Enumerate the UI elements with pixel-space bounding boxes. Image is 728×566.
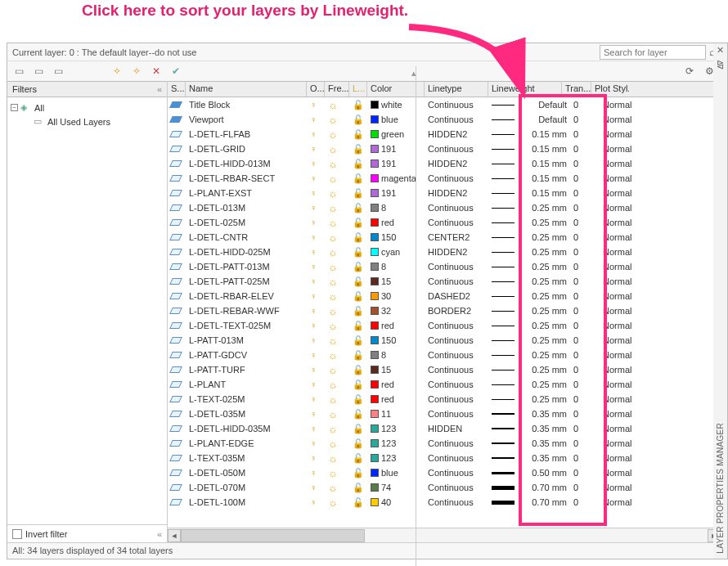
- delete-layer-icon[interactable]: ✕: [150, 65, 163, 78]
- sun-icon[interactable]: ☼: [328, 261, 338, 273]
- layer-name-cell[interactable]: L-DETL-035M: [186, 407, 307, 421]
- lightbulb-icon[interactable]: ♀: [310, 173, 317, 183]
- collapse-icon[interactable]: «: [157, 84, 162, 94]
- lock-icon[interactable]: 🔓: [353, 218, 364, 228]
- lightbulb-icon[interactable]: ♀: [310, 262, 317, 272]
- sun-icon[interactable]: ☼: [328, 173, 338, 185]
- table-row[interactable]: L-DETL-HIDD-025M♀☼🔓cyanHIDDEN20.25 mm0No…: [168, 245, 721, 259]
- transparency-cell[interactable]: 0: [570, 407, 600, 421]
- linetype-cell[interactable]: Continuous: [425, 318, 488, 333]
- plotstyle-cell[interactable]: Normal: [600, 245, 637, 259]
- transparency-cell[interactable]: 0: [570, 156, 600, 171]
- sun-icon[interactable]: ☼: [328, 393, 338, 406]
- linetype-cell[interactable]: Continuous: [425, 333, 488, 348]
- transparency-cell[interactable]: 0: [570, 230, 600, 245]
- lock-icon[interactable]: 🔓: [353, 159, 364, 169]
- plotstyle-cell[interactable]: Normal: [600, 303, 637, 318]
- plotstyle-cell[interactable]: Normal: [600, 97, 637, 112]
- table-row[interactable]: L-DETL-HIDD-013M♀☼🔓191HIDDEN20.15 mm0Nor…: [168, 156, 721, 171]
- lock-icon[interactable]: 🔓: [353, 350, 364, 361]
- plotstyle-cell[interactable]: Normal: [600, 215, 637, 230]
- lightbulb-icon[interactable]: ♀: [310, 497, 317, 507]
- plotstyle-cell[interactable]: Normal: [600, 392, 637, 407]
- lock-icon[interactable]: 🔓: [353, 453, 364, 464]
- transparency-cell[interactable]: 0: [570, 200, 600, 215]
- transparency-cell[interactable]: 0: [570, 436, 600, 451]
- lightbulb-icon[interactable]: ♀: [310, 350, 317, 360]
- lineweight-cell[interactable]: 0.25 mm: [488, 362, 570, 377]
- sun-icon[interactable]: ☼: [328, 128, 338, 141]
- linetype-cell[interactable]: Continuous: [425, 465, 488, 480]
- layer-name-cell[interactable]: L-PLANT: [186, 377, 307, 392]
- table-row[interactable]: L-PLANT-EDGE♀☼🔓123Continuous0.35 mm0Norm…: [168, 436, 721, 451]
- lineweight-cell[interactable]: 0.70 mm: [488, 495, 570, 510]
- plotstyle-cell[interactable]: Normal: [600, 274, 637, 289]
- lock-icon[interactable]: 🔓: [353, 276, 364, 287]
- lineweight-cell[interactable]: 0.15 mm: [488, 142, 570, 156]
- lightbulb-icon[interactable]: ♀: [310, 203, 317, 213]
- plotstyle-cell[interactable]: Normal: [600, 451, 637, 465]
- layer-name-cell[interactable]: L-DETL-013M: [186, 200, 307, 215]
- transparency-cell[interactable]: 0: [570, 112, 600, 127]
- linetype-cell[interactable]: Continuous: [425, 200, 488, 215]
- plotstyle-cell[interactable]: Normal: [600, 421, 637, 436]
- linetype-cell[interactable]: HIDDEN: [425, 421, 488, 436]
- plotstyle-cell[interactable]: Normal: [600, 436, 637, 451]
- transparency-cell[interactable]: 0: [570, 186, 600, 200]
- layer-name-cell[interactable]: L-TEXT-025M: [186, 392, 307, 407]
- lock-icon[interactable]: 🔓: [353, 365, 364, 375]
- lineweight-cell[interactable]: 0.25 mm: [488, 215, 570, 230]
- plotstyle-cell[interactable]: Normal: [600, 377, 637, 392]
- new-group-filter-icon[interactable]: ▭: [32, 65, 45, 78]
- lightbulb-icon[interactable]: ♀: [310, 306, 317, 316]
- lightbulb-icon[interactable]: ♀: [310, 232, 317, 242]
- lightbulb-icon[interactable]: ♀: [310, 129, 317, 139]
- lineweight-cell[interactable]: 0.25 mm: [488, 348, 570, 362]
- lock-icon[interactable]: 🔓: [353, 173, 364, 184]
- plotstyle-cell[interactable]: Normal: [600, 259, 637, 274]
- lock-icon[interactable]: 🔓: [353, 335, 364, 346]
- table-row[interactable]: L-DETL-RBAR-ELEV♀☼🔓30DASHED20.25 mm0Norm…: [168, 289, 721, 303]
- linetype-cell[interactable]: Continuous: [425, 392, 488, 407]
- linetype-cell[interactable]: HIDDEN2: [425, 245, 488, 259]
- table-row[interactable]: L-DETL-025M♀☼🔓redContinuous0.25 mm0Norma…: [168, 215, 721, 230]
- layer-name-cell[interactable]: L-DETL-RBAR-SECT: [186, 171, 307, 186]
- sun-icon[interactable]: ☼: [328, 364, 338, 376]
- lock-icon[interactable]: 🔓: [353, 203, 364, 213]
- layer-name-cell[interactable]: L-DETL-100M: [186, 495, 307, 510]
- tree-child[interactable]: ▭ All Used Layers: [9, 115, 165, 128]
- layer-name-cell[interactable]: L-PATT-TURF: [186, 362, 307, 377]
- lineweight-cell[interactable]: 0.25 mm: [488, 200, 570, 215]
- linetype-cell[interactable]: Continuous: [425, 259, 488, 274]
- table-row[interactable]: L-TEXT-035M♀☼🔓123Continuous0.35 mm0Norma…: [168, 451, 721, 465]
- plotstyle-cell[interactable]: Normal: [600, 333, 637, 348]
- col-status-header[interactable]: S...: [168, 82, 186, 97]
- linetype-cell[interactable]: DASHED2: [425, 289, 488, 303]
- lock-icon[interactable]: 🔓: [353, 424, 364, 434]
- lock-icon[interactable]: 🔓: [353, 144, 364, 155]
- table-row[interactable]: L-DETL-TEXT-025M♀☼🔓redContinuous0.25 mm0…: [168, 318, 721, 333]
- col-plot-header[interactable]: Plot Styl...: [591, 82, 629, 97]
- transparency-cell[interactable]: 0: [570, 274, 600, 289]
- sun-icon[interactable]: ☼: [328, 335, 338, 347]
- transparency-cell[interactable]: 0: [570, 142, 600, 156]
- new-layer-filter-icon[interactable]: ▭: [12, 65, 25, 78]
- linetype-cell[interactable]: Continuous: [425, 112, 488, 127]
- lightbulb-icon[interactable]: ♀: [310, 394, 317, 404]
- new-layer-icon[interactable]: ✧: [110, 65, 124, 78]
- layer-name-cell[interactable]: L-DETL-HIDD-013M: [186, 156, 307, 171]
- lightbulb-icon[interactable]: ♀: [310, 188, 317, 198]
- transparency-cell[interactable]: 0: [570, 348, 600, 362]
- lock-icon[interactable]: 🔓: [353, 497, 364, 508]
- table-row[interactable]: Viewport♀☼🔓blueContinuousDefault0Normal: [168, 112, 721, 127]
- linetype-cell[interactable]: HIDDEN2: [425, 156, 488, 171]
- linetype-cell[interactable]: HIDDEN2: [425, 127, 488, 142]
- layer-name-cell[interactable]: L-DETL-HIDD-035M: [186, 421, 307, 436]
- transparency-cell[interactable]: 0: [570, 215, 600, 230]
- table-row[interactable]: L-DETL-035M♀☼🔓11Continuous0.35 mm0Normal: [168, 407, 721, 421]
- new-layer-freeze-icon[interactable]: ✧: [130, 65, 143, 78]
- sun-icon[interactable]: ☼: [328, 202, 338, 214]
- linetype-cell[interactable]: Continuous: [425, 407, 488, 421]
- grid-body[interactable]: Title Block♀☼🔓whiteContinuousDefault0Nor…: [168, 97, 721, 528]
- lightbulb-icon[interactable]: ♀: [310, 438, 317, 448]
